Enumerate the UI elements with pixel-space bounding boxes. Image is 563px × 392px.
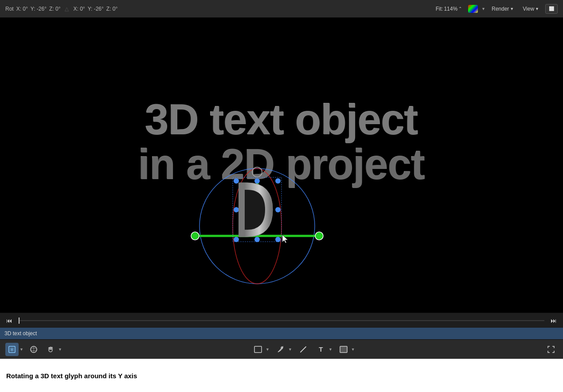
btoolbar-left: T ▼ ▼ [5, 343, 62, 356]
fit-control[interactable]: Fit: 114% ⌃ [433, 5, 465, 13]
label-bar: 3D text object [0, 328, 563, 339]
fullscreen-icon [547, 345, 555, 353]
delta-z: Z: 0° [106, 6, 117, 12]
svg-point-16 [275, 237, 281, 242]
timeline-end-icon[interactable]: ⏭ [548, 315, 559, 326]
text-tool-button[interactable]: T [314, 343, 328, 356]
divider: △ [65, 6, 69, 12]
svg-point-10 [254, 178, 260, 184]
window-control[interactable]: ⬜ [545, 4, 558, 14]
hand-icon [47, 345, 55, 353]
shape-tool-button[interactable] [251, 343, 265, 356]
svg-point-14 [234, 237, 239, 242]
caption-bar: Rotating a 3D text glyph around its Y ax… [0, 359, 563, 392]
svg-point-12 [234, 207, 239, 212]
fit-chevron-icon: ⌃ [458, 6, 462, 11]
pen-tool-group: ▼ [274, 343, 292, 356]
line-tool-button[interactable] [297, 343, 310, 356]
scene-text-line1: 3D text object [0, 98, 563, 142]
bottom-toolbar: T ▼ ▼ [0, 339, 563, 359]
rot-x: X: 0° [16, 6, 28, 12]
fit-label: Fit: [436, 6, 443, 12]
svg-rect-17 [238, 183, 245, 237]
timeline-start-icon[interactable]: ⏮ [4, 315, 15, 326]
timeline-bar: ⏮ ⏭ [0, 313, 563, 328]
caption-text: Rotating a 3D text glyph around its Y ax… [6, 372, 137, 380]
svg-rect-27 [340, 346, 347, 353]
transform-tool-button[interactable]: T [5, 343, 19, 356]
render-button[interactable]: Render ▼ [489, 5, 516, 13]
text-tool-label: T [319, 345, 323, 353]
hand-tool-group: ▼ [44, 343, 62, 356]
rot-y: Y: -26° [31, 6, 47, 12]
fill-tool-group: ▼ [337, 343, 355, 356]
btoolbar-right [544, 343, 558, 356]
color-swatch[interactable] [468, 5, 478, 13]
timeline-playhead [19, 318, 20, 324]
line-icon [299, 345, 307, 353]
canvas-area: 3D text object in a 2D project [0, 18, 563, 313]
pen-chevron-icon[interactable]: ▼ [288, 347, 292, 352]
hand-tool-button[interactable] [44, 343, 57, 356]
svg-point-11 [275, 178, 281, 184]
text-tool-group: T ▼ [314, 343, 332, 356]
svg-point-4 [315, 232, 323, 240]
toolbar-left: Rot X: 0° Y: -26° Z: 0° △ X: 0° Y: -26° … [5, 6, 117, 12]
shape-tool-group: ▼ [251, 343, 270, 356]
transform-icon: T [8, 345, 16, 353]
top-toolbar: Rot X: 0° Y: -26° Z: 0° △ X: 0° Y: -26° … [0, 0, 563, 18]
hand-chevron-icon[interactable]: ▼ [58, 347, 62, 352]
svg-point-9 [234, 178, 239, 184]
3d-object-tool-button[interactable] [27, 343, 40, 356]
gizmo-svg [191, 151, 324, 288]
fill-chevron-icon[interactable]: ▼ [351, 347, 355, 352]
shape-icon [254, 346, 262, 353]
delta-y: Y: -26° [88, 6, 104, 12]
rot-label: Rot [5, 6, 14, 12]
fullscreen-button[interactable] [544, 343, 558, 356]
pen-tool-button[interactable] [274, 343, 287, 356]
3d-object-icon [30, 345, 38, 353]
delta-x: X: 0° [73, 6, 85, 12]
pen-icon [277, 345, 285, 353]
transform-chevron-icon[interactable]: ▼ [20, 347, 23, 352]
fit-value: 114% [444, 6, 457, 12]
svg-line-26 [301, 347, 306, 352]
layer-label: 3D text object [4, 330, 37, 337]
view-chevron-icon: ▼ [535, 7, 539, 11]
transform-tool-group: T ▼ [5, 343, 23, 356]
svg-rect-24 [254, 346, 262, 353]
view-label: View [523, 6, 534, 12]
rot-z: Z: 0° [49, 6, 60, 12]
svg-text:T: T [11, 348, 13, 352]
toolbar-right: Fit: 114% ⌃ ▼ Render ▼ View ▼ ⬜ [433, 4, 558, 14]
timeline-track[interactable] [19, 320, 544, 321]
render-chevron-icon: ▼ [510, 7, 514, 11]
svg-point-13 [275, 207, 281, 212]
fill-icon [340, 346, 348, 353]
render-label: Render [492, 6, 509, 12]
fill-tool-button[interactable] [337, 343, 350, 356]
svg-point-3 [191, 232, 199, 240]
btoolbar-center: ▼ ▼ T ▼ [251, 343, 355, 356]
shape-chevron-icon[interactable]: ▼ [266, 347, 270, 352]
swatch-chevron-icon: ▼ [481, 7, 485, 11]
view-button[interactable]: View ▼ [520, 5, 542, 13]
text-chevron-icon[interactable]: ▼ [328, 347, 332, 352]
svg-point-15 [254, 237, 260, 242]
window-icon: ⬜ [549, 6, 554, 11]
